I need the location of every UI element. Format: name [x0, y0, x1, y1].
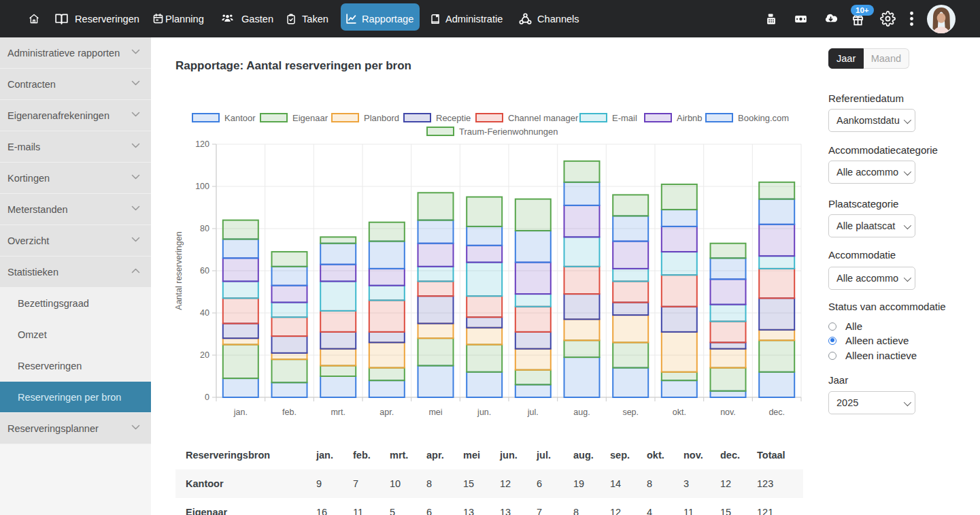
svg-text:mrt.: mrt. [331, 408, 345, 417]
svg-text:sep.: sep. [622, 408, 639, 417]
svg-text:Channel manager: Channel manager [508, 113, 579, 123]
svg-text:okt.: okt. [673, 408, 686, 417]
svg-text:nov.: nov. [720, 408, 736, 417]
svg-text:40: 40 [200, 308, 209, 318]
svg-text:20: 20 [200, 350, 209, 360]
svg-text:Kantoor: Kantoor [224, 113, 256, 123]
svg-text:Eigenaar: Eigenaar [292, 113, 328, 123]
svg-text:jan.: jan. [233, 408, 248, 417]
svg-text:120: 120 [195, 139, 209, 149]
svg-text:mei: mei [428, 408, 442, 417]
svg-text:aug.: aug. [573, 408, 590, 417]
svg-text:jun.: jun. [477, 408, 491, 417]
svg-text:Aantal reserveringen: Aantal reserveringen [174, 231, 184, 310]
svg-text:Airbnb: Airbnb [677, 113, 703, 123]
svg-text:Planbord: Planbord [364, 113, 399, 123]
svg-text:Traum-Ferienwohnungen: Traum-Ferienwohnungen [459, 127, 558, 137]
svg-text:apr.: apr. [379, 408, 394, 417]
svg-text:Booking.com: Booking.com [738, 113, 789, 123]
svg-text:80: 80 [200, 224, 209, 233]
svg-text:60: 60 [200, 266, 209, 276]
svg-text:100: 100 [195, 182, 209, 191]
svg-text:feb.: feb. [282, 408, 297, 417]
svg-text:dec.: dec. [768, 408, 785, 417]
svg-text:jul.: jul. [527, 408, 539, 417]
svg-text:E-mail: E-mail [612, 113, 637, 123]
svg-text:Receptie: Receptie [436, 113, 471, 123]
svg-text:0: 0 [205, 393, 209, 402]
